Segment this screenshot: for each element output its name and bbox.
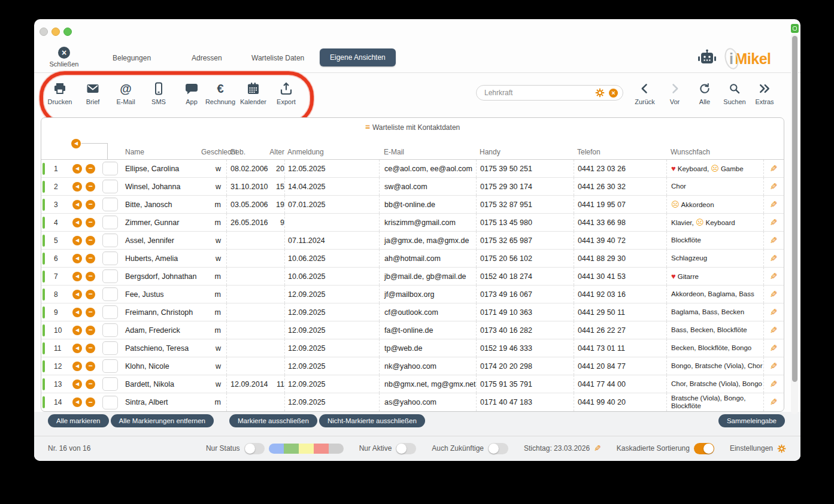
table-row[interactable]: 1◀−Ellipse, Carolinaw08.02.20062012.05.2… bbox=[41, 160, 784, 178]
row-checkbox[interactable] bbox=[102, 359, 118, 373]
row-remove-icon[interactable]: − bbox=[86, 290, 95, 299]
sammeleingabe-button[interactable]: Sammeleingabe bbox=[718, 414, 785, 427]
row-remove-icon[interactable]: − bbox=[86, 379, 95, 389]
search-clear-icon[interactable]: × bbox=[609, 89, 618, 98]
alle-markierungen-entfernen-button[interactable]: Alle Markierungen entfernen bbox=[111, 414, 214, 427]
table-row[interactable]: 6◀−Huberts, Ameliaw10.06.2025ah@hotmail.… bbox=[41, 250, 784, 268]
auch-zukuenftige-toggle[interactable] bbox=[488, 443, 508, 454]
edit-row-pencil-icon[interactable]: ✎ bbox=[770, 181, 778, 192]
status-color-swatch[interactable] bbox=[314, 444, 329, 454]
col-telefon[interactable]: Telefon bbox=[574, 148, 666, 159]
row-arrow-icon[interactable]: ◀ bbox=[72, 362, 82, 371]
row-arrow-icon[interactable]: ◀ bbox=[72, 272, 82, 281]
row-checkbox[interactable] bbox=[102, 305, 118, 319]
row-checkbox[interactable] bbox=[102, 251, 118, 265]
row-remove-icon[interactable]: − bbox=[86, 344, 95, 353]
search-gear-icon[interactable] bbox=[595, 88, 605, 98]
row-checkbox[interactable] bbox=[102, 269, 118, 283]
app-action[interactable]: App bbox=[175, 81, 208, 105]
row-remove-icon[interactable]: − bbox=[86, 272, 95, 281]
row-checkbox[interactable] bbox=[102, 287, 118, 301]
row-arrow-icon[interactable]: ◀ bbox=[72, 290, 82, 299]
table-row[interactable]: 4◀−Zimmer, Gunnarm26.05.20169kriszimm@gm… bbox=[41, 214, 784, 232]
col-wunschfach[interactable]: Wunschfach bbox=[666, 148, 763, 159]
status-color-swatch[interactable] bbox=[329, 444, 344, 454]
row-arrow-icon[interactable]: ◀ bbox=[72, 254, 82, 263]
row-remove-icon[interactable]: − bbox=[86, 254, 95, 263]
sms-action[interactable]: SMS bbox=[142, 81, 175, 105]
alle-markieren-button[interactable]: Alle markieren bbox=[48, 414, 109, 427]
edit-row-pencil-icon[interactable]: ✎ bbox=[770, 307, 778, 318]
row-arrow-icon[interactable]: ◀ bbox=[72, 164, 82, 174]
col-handy[interactable]: Handy bbox=[476, 148, 574, 159]
row-arrow-icon[interactable]: ◀ bbox=[72, 200, 82, 210]
row-checkbox[interactable] bbox=[102, 341, 118, 355]
drucken-action[interactable]: Drucken bbox=[44, 81, 76, 105]
row-remove-icon[interactable]: − bbox=[86, 182, 95, 192]
scrollbar-thumb[interactable] bbox=[792, 36, 797, 382]
robot-icon[interactable] bbox=[697, 49, 717, 66]
tab-belegungen[interactable]: Belegungen bbox=[113, 54, 151, 62]
einstellungen-label[interactable]: Einstellungen bbox=[730, 444, 773, 453]
nur-aktive-toggle[interactable] bbox=[396, 443, 416, 454]
row-arrow-icon[interactable]: ◀ bbox=[72, 218, 82, 227]
row-remove-icon[interactable]: − bbox=[86, 218, 95, 227]
stichtag-edit-icon[interactable]: ✎ bbox=[594, 444, 601, 453]
row-remove-icon[interactable]: − bbox=[86, 308, 95, 317]
row-checkbox[interactable] bbox=[102, 233, 118, 247]
row-arrow-icon[interactable]: ◀ bbox=[72, 182, 82, 192]
edit-row-pencil-icon[interactable]: ✎ bbox=[770, 325, 778, 336]
col-email[interactable]: E-Mail bbox=[379, 148, 476, 159]
row-remove-icon[interactable]: − bbox=[86, 200, 95, 210]
nicht-markierte-ausschliessen-button[interactable]: Nicht-Markierte ausschließen bbox=[319, 414, 425, 427]
tab-adressen[interactable]: Adressen bbox=[192, 54, 222, 62]
window-zoom-dot[interactable] bbox=[63, 28, 72, 36]
suchen-button[interactable]: Suchen bbox=[720, 81, 750, 105]
status-color-legend[interactable] bbox=[269, 444, 344, 454]
row-arrow-icon[interactable]: ◀ bbox=[72, 236, 82, 245]
window-close-dot[interactable] bbox=[40, 28, 48, 36]
window-minimize-dot[interactable] bbox=[51, 28, 60, 36]
vor-button[interactable]: Vor bbox=[660, 81, 690, 105]
email-action[interactable]: @ E-Mail bbox=[110, 81, 142, 105]
row-checkbox[interactable] bbox=[102, 180, 118, 193]
status-color-swatch[interactable] bbox=[284, 444, 299, 454]
lehrkraft-search-input[interactable] bbox=[483, 88, 595, 98]
row-remove-icon[interactable]: − bbox=[86, 164, 95, 174]
status-color-swatch[interactable] bbox=[299, 444, 314, 454]
edit-row-pencil-icon[interactable]: ✎ bbox=[770, 199, 778, 210]
table-row[interactable]: 10◀−Adam, Frederickm12.09.2025fa@t-onlin… bbox=[41, 321, 784, 339]
table-row[interactable]: 7◀−Bergsdorf, Johnathanm10.06.2025jb@mai… bbox=[41, 268, 784, 286]
status-color-swatch[interactable] bbox=[269, 444, 284, 454]
table-row[interactable]: 5◀−Assel, Jenniferw07.11.2024ja@gmx.de, … bbox=[41, 232, 784, 250]
row-remove-icon[interactable]: − bbox=[86, 236, 95, 245]
table-row[interactable]: 12◀−Klohn, Nicolew12.09.2025nk@yahoo.com… bbox=[41, 357, 784, 375]
tab-eigene-ansichten[interactable]: Eigene Ansichten bbox=[320, 48, 396, 66]
row-checkbox[interactable] bbox=[102, 198, 118, 211]
schliessen-button[interactable]: × Schließen bbox=[46, 47, 82, 68]
col-geb[interactable]: Geb. bbox=[226, 148, 269, 159]
col-alter[interactable]: Alter bbox=[269, 148, 284, 159]
row-arrow-icon[interactable]: ◀ bbox=[72, 308, 82, 317]
rechnung-action[interactable]: € Rechnung bbox=[204, 81, 236, 105]
zurueck-button[interactable]: Zurück bbox=[630, 81, 660, 105]
edit-row-pencil-icon[interactable]: ✎ bbox=[770, 343, 778, 354]
brief-action[interactable]: Brief bbox=[77, 81, 109, 105]
export-action[interactable]: Export bbox=[270, 81, 302, 105]
edit-row-pencil-icon[interactable]: ✎ bbox=[770, 163, 778, 174]
row-remove-icon[interactable]: − bbox=[86, 397, 95, 407]
row-arrow-icon[interactable]: ◀ bbox=[72, 344, 82, 353]
edit-row-pencil-icon[interactable]: ✎ bbox=[770, 235, 778, 246]
tab-warteliste-daten[interactable]: Warteliste Daten bbox=[251, 54, 304, 62]
edit-row-pencil-icon[interactable]: ✎ bbox=[770, 397, 778, 408]
col-geschlecht[interactable]: Geschlecht bbox=[200, 148, 226, 159]
col-anmeldung[interactable]: Anmeldung bbox=[284, 148, 379, 159]
row-remove-icon[interactable]: − bbox=[86, 362, 95, 371]
row-arrow-icon[interactable]: ◀ bbox=[72, 379, 82, 389]
markierte-ausschliessen-button[interactable]: Markierte ausschließen bbox=[229, 414, 317, 427]
table-row[interactable]: 9◀−Freimann, Christophm12.09.2025cf@outl… bbox=[41, 303, 784, 321]
alle-button[interactable]: Alle bbox=[690, 81, 720, 105]
table-row[interactable]: 13◀−Bardett, Nikolaw12.09.20141112.09.20… bbox=[41, 375, 784, 393]
row-arrow-icon[interactable]: ◀ bbox=[72, 326, 82, 335]
edit-row-pencil-icon[interactable]: ✎ bbox=[770, 361, 778, 372]
